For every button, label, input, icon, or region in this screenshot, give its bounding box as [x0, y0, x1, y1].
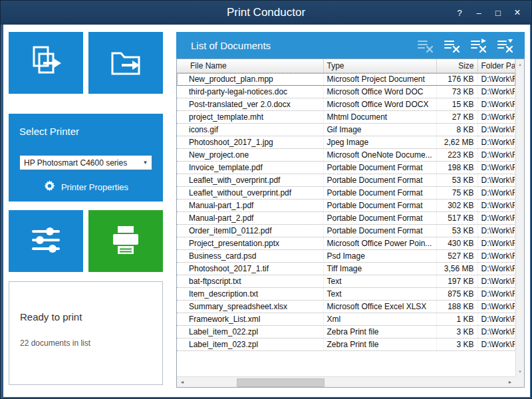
- table-row[interactable]: Leaflet_without_overprint.pdf Portable D…: [177, 187, 515, 200]
- add-files-icon: [27, 43, 65, 83]
- gear-icon: [43, 180, 56, 194]
- printer-select-value: HP Photosmart C4600 series: [24, 158, 127, 168]
- status-panel: Ready to print 22 documents in list: [9, 281, 163, 385]
- add-folder-button[interactable]: [88, 32, 163, 94]
- column-header-size[interactable]: Size: [436, 59, 477, 73]
- table-row[interactable]: Label_item_022.zpl Zebra Print file 3 KB…: [177, 326, 515, 338]
- table-row[interactable]: Summary_spreadsheet.xlsx Microsoft Offic…: [177, 301, 515, 313]
- documents-table: File Name Type Size Folder Path New_prod…: [177, 59, 515, 376]
- minimize-button[interactable]: –: [470, 5, 487, 21]
- table-row[interactable]: icons.gif Gif Image 8 KB D:\Work\F: [177, 124, 515, 136]
- document-table-body: New_product_plan.mpp Microsoft Project D…: [177, 73, 515, 351]
- table-row[interactable]: Manual-part_2.pdf Portable Document Form…: [177, 212, 515, 225]
- window-controls: ? – □ ×: [451, 1, 526, 25]
- print-button[interactable]: [88, 210, 163, 272]
- table-row[interactable]: bat-ftpscript.txt Text 197 KB D:\Work\F: [177, 275, 515, 288]
- chevron-down-icon: ▼: [140, 156, 150, 170]
- status-document-count: 22 documents in list: [20, 338, 152, 348]
- table-row[interactable]: project_template.mht Mhtml Document 27 K…: [177, 111, 515, 124]
- clear-list-icon[interactable]: [416, 38, 434, 53]
- table-row[interactable]: Photoshoot_2017_1.jpg Jpeg Image 2,62 MB…: [177, 136, 515, 149]
- printer-icon: [107, 221, 144, 261]
- help-button[interactable]: ?: [451, 5, 468, 21]
- table-row[interactable]: Order_itemID_0112.pdf Portable Document …: [177, 225, 515, 237]
- column-header-folder-path[interactable]: Folder Path: [477, 59, 515, 73]
- remove-printed-icon[interactable]: [496, 38, 514, 53]
- maximize-button[interactable]: □: [489, 5, 507, 21]
- select-printer-label: Select Printer: [19, 126, 152, 137]
- table-row[interactable]: Framework_List.xml Xml 1 KB D:\Work\F: [177, 313, 515, 326]
- table-header-row: File Name Type Size Folder Path: [177, 59, 515, 73]
- settings-sliders-icon: [27, 221, 65, 261]
- table-row[interactable]: Post-translated_ver 2.0.docx Microsoft O…: [177, 98, 515, 111]
- scrollbar-corner: [515, 376, 524, 387]
- table-row[interactable]: Leaflet_with_overprint.pdf Portable Docu…: [177, 174, 515, 187]
- table-row[interactable]: Invoice_template.pdf Portable Document F…: [177, 162, 515, 174]
- printer-properties-button[interactable]: Printer Properties: [19, 180, 152, 194]
- vertical-scrollbar[interactable]: ▲ ▼: [515, 59, 524, 376]
- horizontal-scrollbar-thumb[interactable]: [237, 378, 325, 387]
- status-ready-text: Ready to print: [20, 311, 152, 323]
- table-row[interactable]: Photoshoot_2017_1.tif Tiff Image 3,56 MB…: [177, 263, 515, 275]
- titlebar[interactable]: Print Conductor ? – □ ×: [1, 1, 531, 25]
- printer-properties-label: Printer Properties: [61, 182, 128, 192]
- add-files-button[interactable]: [9, 32, 83, 94]
- select-printer-panel: Select Printer HP Photosmart C4600 serie…: [9, 114, 163, 201]
- horizontal-scrollbar[interactable]: ◄ ►: [177, 376, 515, 387]
- scroll-right-arrow-icon[interactable]: ►: [505, 377, 515, 387]
- table-row[interactable]: Manual-part_1.pdf Portable Document Form…: [177, 200, 515, 212]
- table-row[interactable]: New_product_plan.mpp Microsoft Project D…: [177, 73, 515, 86]
- table-row[interactable]: Business_card.psd Psd Image 527 KB D:\Wo…: [177, 250, 515, 263]
- scroll-down-arrow-icon[interactable]: ▼: [516, 367, 524, 376]
- remove-opened-icon[interactable]: [469, 38, 487, 53]
- add-folder-icon: [107, 43, 144, 83]
- remove-document-icon[interactable]: [443, 38, 461, 53]
- list-toolbar: [416, 38, 514, 53]
- table-row[interactable]: New_project.one Microsoft OneNote Docume…: [177, 149, 515, 162]
- print-conductor-window: Print Conductor ? – □ ×: [0, 0, 532, 399]
- settings-button[interactable]: [9, 210, 83, 272]
- scroll-left-arrow-icon[interactable]: ◄: [177, 377, 188, 387]
- list-of-documents-title: List of Documents: [191, 40, 271, 51]
- close-button[interactable]: ×: [509, 5, 526, 21]
- printer-select[interactable]: HP Photosmart C4600 series ▼: [19, 155, 152, 170]
- table-row[interactable]: third-party-legal-notices.doc Microsoft …: [177, 86, 515, 98]
- window-content: Select Printer HP Photosmart C4600 serie…: [3, 25, 530, 397]
- documents-table-container: File Name Type Size Folder Path New_prod…: [176, 59, 525, 388]
- table-row[interactable]: Label_item_023.zpl Zebra Print file 3 KB…: [177, 338, 515, 351]
- table-row[interactable]: Project_presentation.pptx Microsoft Offi…: [177, 237, 515, 250]
- list-of-documents-header: List of Documents: [176, 32, 525, 59]
- column-header-file-name[interactable]: File Name: [177, 59, 323, 73]
- scroll-up-arrow-icon[interactable]: ▲: [516, 60, 524, 68]
- column-header-type[interactable]: Type: [323, 59, 436, 73]
- table-row[interactable]: Item_description.txt Text 875 KB D:\Work…: [177, 288, 515, 301]
